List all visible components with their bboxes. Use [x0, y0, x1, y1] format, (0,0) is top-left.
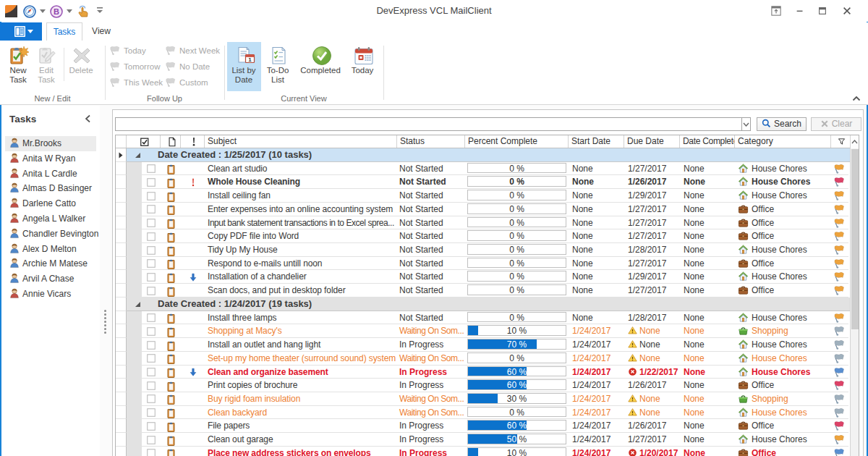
svg-text:1: 1 [248, 56, 252, 63]
